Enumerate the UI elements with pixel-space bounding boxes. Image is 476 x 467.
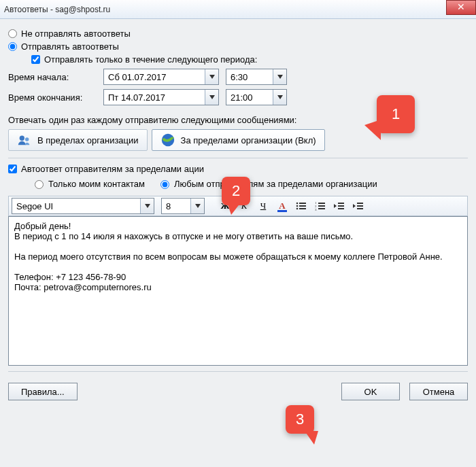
period-checkbox-label: Отправлять только в течение следующего п… [44,54,257,65]
svg-point-1 [25,137,29,141]
end-date-value: Пт 14.07.2017 [104,92,205,103]
start-time-dropdown[interactable] [273,69,286,84]
outside-checkbox-row[interactable]: Автоответ отправителям за пределами ации [8,164,468,174]
radio-dont-send-input[interactable] [8,29,17,38]
dialog-content: Не отправлять автоответы Отправлять авто… [0,19,476,467]
end-time-dropdown[interactable] [273,90,286,105]
svg-rect-15 [338,203,344,204]
numbering-button[interactable]: 123 [312,198,328,214]
bottom-divider [8,371,468,372]
period-checkbox-row[interactable]: Отправлять только в течение следующего п… [31,54,468,65]
start-date-value: Сб 01.07.2017 [104,72,205,82]
tab-inside-org[interactable]: В пределах организации [8,129,148,151]
svg-rect-17 [338,208,344,209]
start-row: Время начала: Сб 01.07.2017 6:30 [8,69,468,85]
font-dropdown[interactable] [140,198,154,213]
start-time-value: 6:30 [226,72,273,82]
tab-inside-label: В пределах организации [37,135,139,145]
svg-rect-19 [357,205,363,207]
svg-rect-18 [357,203,363,204]
end-time-value: 21:00 [226,92,273,103]
radio-contacts-label: Только моим контактам [48,179,145,189]
outside-checkbox[interactable] [8,165,17,173]
bullets-button[interactable] [293,198,309,214]
svg-rect-16 [338,205,344,207]
end-time-field[interactable]: 21:00 [226,89,287,105]
outside-checkbox-label: Автоответ отправителям за пределами ации [21,164,204,174]
font-color-button[interactable]: А [274,198,290,214]
callout-1: 1 [377,95,415,133]
close-button[interactable]: ✕ [446,0,476,15]
button-row: Правила... OK Отмена [8,383,468,400]
underline-button[interactable]: Ч [255,198,271,214]
radio-send-label: Отправлять автоответы [21,41,119,52]
font-value: Segoe UI [12,201,140,211]
end-date-dropdown[interactable] [205,90,218,105]
radio-dont-send-label: Не отправлять автоответы [21,29,131,39]
tab-outside-org[interactable]: За пределами организации (Вкл) [152,129,325,151]
radio-anyone-label: Любым отправителям за пределами организа… [174,179,377,189]
divider [8,158,468,158]
svg-point-5 [296,205,299,207]
globe-icon [160,133,175,148]
start-date-field[interactable]: Сб 01.07.2017 [103,69,219,85]
radio-dont-send[interactable]: Не отправлять автоответы [8,29,468,39]
svg-point-0 [20,136,24,141]
title-bar: Автоответы - sag@shpost.ru ✕ [0,0,476,19]
svg-rect-20 [357,208,363,209]
radio-anyone-input[interactable] [160,180,169,189]
size-select[interactable]: 8 [161,198,205,214]
ok-button[interactable]: OK [341,383,400,400]
svg-rect-14 [318,208,325,209]
end-label: Время окончания: [8,92,103,103]
tab-outside-label: За пределами организации (Вкл) [181,135,316,145]
size-value: 8 [162,201,190,211]
start-label: Время начала: [8,72,103,82]
svg-rect-8 [299,208,306,209]
end-date-field[interactable]: Пт 14.07.2017 [103,89,219,105]
svg-rect-12 [318,205,325,207]
svg-rect-10 [318,203,325,204]
indent-button[interactable] [350,198,367,214]
radio-contacts-only[interactable]: Только моим контактам [31,178,145,189]
people-icon [17,133,32,148]
callout-3: 3 [286,405,314,434]
radio-send[interactable]: Отправлять автоответы [8,41,468,52]
message-editor[interactable]: Добрый день! В период с 1 по 14 июля я н… [8,216,468,366]
radio-contacts-input[interactable] [35,180,44,189]
svg-rect-6 [299,205,306,207]
cancel-button[interactable]: Отмена [409,383,468,400]
rules-button[interactable]: Правила... [8,383,78,400]
svg-rect-4 [299,203,306,204]
radio-anyone[interactable]: Любым отправителям за пределами организа… [157,178,377,189]
window-title: Автоответы - sag@shpost.ru [4,5,110,14]
svg-point-3 [296,203,299,205]
period-checkbox[interactable] [31,55,40,64]
size-dropdown[interactable] [190,198,204,213]
outdent-button[interactable] [331,198,347,214]
svg-point-7 [296,208,299,210]
callout-2: 2 [222,177,250,205]
font-select[interactable]: Segoe UI [12,198,154,214]
start-date-dropdown[interactable] [205,69,218,84]
radio-send-input[interactable] [8,42,17,51]
start-time-field[interactable]: 6:30 [226,69,287,85]
svg-text:3: 3 [315,208,317,211]
